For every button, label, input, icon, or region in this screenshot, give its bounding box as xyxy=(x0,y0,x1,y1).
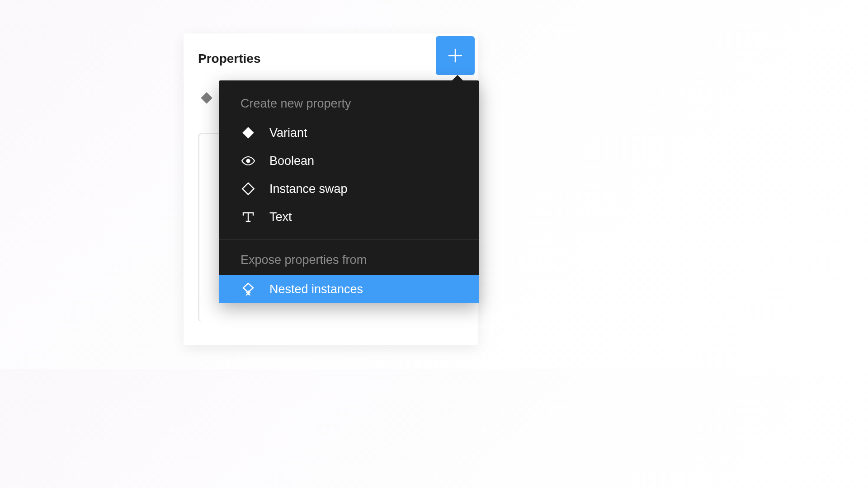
eye-icon xyxy=(241,153,256,169)
menu-item-instance-swap[interactable]: Instance swap xyxy=(219,175,479,203)
nested-instance-icon xyxy=(241,282,256,297)
add-property-button[interactable] xyxy=(436,36,475,75)
menu-item-variant[interactable]: Variant xyxy=(219,119,479,147)
menu-item-label: Text xyxy=(269,210,292,224)
menu-item-label: Variant xyxy=(269,126,307,140)
svg-rect-2 xyxy=(201,92,212,103)
variant-diamond-icon xyxy=(241,125,256,141)
menu-item-label: Boolean xyxy=(269,154,314,168)
diamond-outline-icon xyxy=(241,181,256,197)
svg-rect-3 xyxy=(242,127,254,138)
panel-header: Properties xyxy=(184,33,478,84)
menu-item-label: Instance swap xyxy=(269,182,348,196)
svg-rect-5 xyxy=(242,183,254,194)
menu-item-text[interactable]: Text xyxy=(219,203,479,231)
text-icon xyxy=(241,209,256,225)
dropdown-section-expose: Expose properties from xyxy=(219,248,479,275)
dropdown-divider xyxy=(219,239,479,239)
dropdown-section-create: Create new property xyxy=(219,91,479,119)
variant-marker-icon xyxy=(200,91,213,105)
menu-item-label: Nested instances xyxy=(269,282,363,296)
menu-item-nested-instances[interactable]: Nested instances xyxy=(219,275,479,303)
panel-title: Properties xyxy=(198,52,261,66)
add-property-dropdown: Create new property Variant Boolean Inst… xyxy=(219,80,479,303)
plus-icon xyxy=(446,47,464,65)
menu-item-boolean[interactable]: Boolean xyxy=(219,147,479,175)
svg-point-4 xyxy=(246,159,250,163)
